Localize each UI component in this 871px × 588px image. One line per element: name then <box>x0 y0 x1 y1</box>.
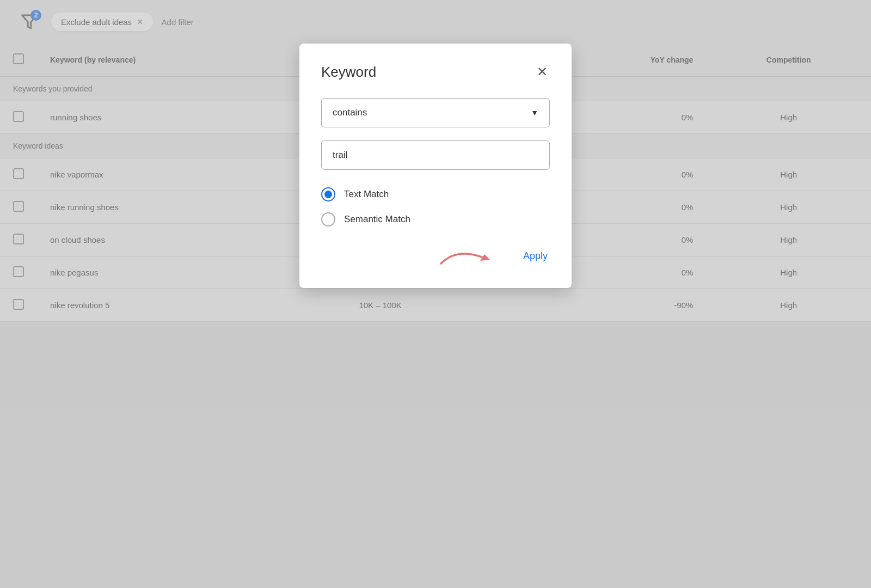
apply-arrow-icon <box>436 242 501 269</box>
apply-section: Apply <box>321 246 550 266</box>
modal-title: Keyword <box>321 64 376 81</box>
text-match-radio[interactable]: Text Match <box>321 187 550 201</box>
text-match-label: Text Match <box>344 189 389 200</box>
modal-close-button[interactable]: ✕ <box>535 63 550 81</box>
match-type-radio-group: Text Match Semantic Match <box>321 187 550 226</box>
modal-overlay: Keyword ✕ contains ▼ Text Match Semantic… <box>0 0 871 588</box>
semantic-match-label: Semantic Match <box>344 214 410 225</box>
dropdown-arrow-icon: ▼ <box>531 108 538 117</box>
condition-dropdown[interactable]: contains ▼ <box>321 98 550 127</box>
semantic-match-radio-circle[interactable] <box>321 212 335 226</box>
text-match-radio-inner <box>324 191 332 198</box>
dropdown-value: contains <box>333 107 367 118</box>
semantic-match-radio[interactable]: Semantic Match <box>321 212 550 226</box>
modal-header: Keyword ✕ <box>321 63 550 81</box>
keyword-text-input[interactable] <box>333 150 538 161</box>
keyword-text-input-wrapper[interactable] <box>321 140 550 170</box>
apply-button[interactable]: Apply <box>521 246 550 266</box>
text-match-radio-circle[interactable] <box>321 187 335 201</box>
keyword-modal: Keyword ✕ contains ▼ Text Match Semantic… <box>299 44 572 288</box>
